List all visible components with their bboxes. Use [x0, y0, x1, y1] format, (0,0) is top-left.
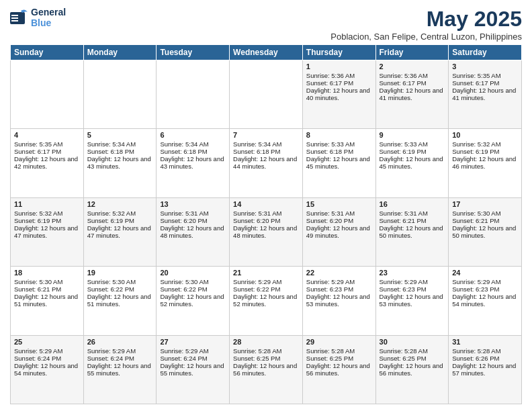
header-thursday: Thursday — [302, 45, 375, 60]
sunrise-text: Sunrise: 5:32 AM — [14, 210, 80, 217]
daylight-text: Daylight: 12 hours and 44 minutes. — [233, 155, 299, 170]
sunrise-text: Sunrise: 5:29 AM — [87, 347, 153, 355]
sunset-text: Sunset: 6:18 PM — [160, 148, 226, 155]
table-row — [11, 60, 84, 129]
logo-general: General — [31, 7, 66, 17]
day-number: 30 — [380, 338, 445, 346]
sunrise-text: Sunrise: 5:30 AM — [452, 210, 518, 217]
sunset-text: Sunset: 6:23 PM — [380, 285, 445, 293]
header-tuesday: Tuesday — [157, 45, 230, 60]
sunset-text: Sunset: 6:18 PM — [306, 148, 372, 155]
daylight-text: Daylight: 12 hours and 56 minutes. — [306, 362, 372, 377]
header-sunday: Sunday — [11, 45, 84, 60]
daylight-text: Daylight: 12 hours and 43 minutes. — [87, 155, 153, 170]
daylight-text: Daylight: 12 hours and 56 minutes. — [380, 362, 445, 377]
table-row: 30Sunrise: 5:28 AMSunset: 6:25 PMDayligh… — [375, 335, 449, 404]
table-row: 20Sunrise: 5:30 AMSunset: 6:22 PMDayligh… — [157, 267, 230, 335]
sunrise-text: Sunrise: 5:29 AM — [380, 278, 445, 285]
day-number: 9 — [380, 131, 445, 139]
day-number: 21 — [233, 269, 299, 277]
sunrise-text: Sunrise: 5:31 AM — [160, 210, 226, 217]
sunset-text: Sunset: 6:21 PM — [14, 285, 80, 293]
daylight-text: Daylight: 12 hours and 57 minutes. — [452, 362, 518, 377]
table-row: 7Sunrise: 5:34 AMSunset: 6:18 PMDaylight… — [230, 129, 303, 197]
day-number: 29 — [306, 338, 372, 346]
table-row: 1Sunrise: 5:36 AMSunset: 6:17 PMDaylight… — [302, 60, 375, 129]
day-number: 5 — [87, 131, 153, 139]
header-monday: Monday — [83, 45, 157, 60]
table-row: 18Sunrise: 5:30 AMSunset: 6:21 PMDayligh… — [11, 267, 84, 335]
header-saturday: Saturday — [449, 45, 522, 60]
sunrise-text: Sunrise: 5:33 AM — [380, 140, 445, 148]
header: General Blue May 2025 Poblacion, San Fel… — [10, 7, 522, 42]
location: Poblacion, San Felipe, Central Luzon, Ph… — [330, 32, 522, 42]
sunset-text: Sunset: 6:22 PM — [160, 285, 226, 293]
sunset-text: Sunset: 6:25 PM — [233, 355, 299, 362]
table-row: 10Sunrise: 5:32 AMSunset: 6:19 PMDayligh… — [449, 129, 522, 197]
sunrise-text: Sunrise: 5:28 AM — [380, 347, 445, 355]
table-row: 31Sunrise: 5:28 AMSunset: 6:26 PMDayligh… — [449, 335, 522, 404]
daylight-text: Daylight: 12 hours and 45 minutes. — [380, 155, 445, 170]
generalblue-logo-icon — [10, 7, 29, 28]
sunrise-text: Sunrise: 5:28 AM — [306, 347, 372, 355]
calendar-week-row: 11Sunrise: 5:32 AMSunset: 6:19 PMDayligh… — [11, 197, 522, 266]
sunrise-text: Sunrise: 5:33 AM — [306, 140, 372, 148]
table-row: 27Sunrise: 5:29 AMSunset: 6:24 PMDayligh… — [157, 335, 230, 404]
svg-rect-2 — [11, 17, 18, 19]
sunset-text: Sunset: 6:21 PM — [452, 217, 518, 224]
day-number: 23 — [380, 269, 445, 277]
sunset-text: Sunset: 6:18 PM — [233, 148, 299, 155]
sunrise-text: Sunrise: 5:35 AM — [452, 72, 518, 79]
sunset-text: Sunset: 6:23 PM — [306, 285, 372, 293]
svg-rect-1 — [11, 15, 18, 16]
sunrise-text: Sunrise: 5:29 AM — [233, 278, 299, 285]
sunset-text: Sunset: 6:24 PM — [14, 355, 80, 362]
day-number: 26 — [87, 338, 153, 346]
title-section: May 2025 Poblacion, San Felipe, Central … — [330, 7, 522, 42]
sunset-text: Sunset: 6:24 PM — [87, 355, 153, 362]
daylight-text: Daylight: 12 hours and 52 minutes. — [160, 293, 226, 308]
sunrise-text: Sunrise: 5:35 AM — [14, 140, 80, 148]
daylight-text: Daylight: 12 hours and 49 minutes. — [306, 224, 372, 239]
daylight-text: Daylight: 12 hours and 40 minutes. — [306, 87, 372, 101]
day-number: 2 — [380, 62, 445, 71]
sunrise-text: Sunrise: 5:31 AM — [380, 210, 445, 217]
table-row — [157, 60, 230, 129]
daylight-text: Daylight: 12 hours and 47 minutes. — [87, 224, 153, 239]
sunrise-text: Sunrise: 5:29 AM — [306, 278, 372, 285]
daylight-text: Daylight: 12 hours and 50 minutes. — [380, 224, 445, 239]
table-row: 14Sunrise: 5:31 AMSunset: 6:20 PMDayligh… — [230, 197, 303, 266]
day-number: 1 — [306, 62, 372, 71]
sunrise-text: Sunrise: 5:30 AM — [14, 278, 80, 285]
sunrise-text: Sunrise: 5:36 AM — [306, 72, 372, 79]
sunset-text: Sunset: 6:23 PM — [452, 285, 518, 293]
daylight-text: Daylight: 12 hours and 48 minutes. — [160, 224, 226, 239]
sunset-text: Sunset: 6:19 PM — [87, 217, 153, 224]
sunset-text: Sunset: 6:20 PM — [306, 217, 372, 224]
daylight-text: Daylight: 12 hours and 54 minutes. — [452, 293, 518, 308]
header-wednesday: Wednesday — [230, 45, 303, 60]
calendar-week-row: 1Sunrise: 5:36 AMSunset: 6:17 PMDaylight… — [11, 60, 522, 129]
sunrise-text: Sunrise: 5:29 AM — [452, 278, 518, 285]
table-row: 15Sunrise: 5:31 AMSunset: 6:20 PMDayligh… — [302, 197, 375, 266]
day-number: 14 — [233, 200, 299, 208]
table-row: 11Sunrise: 5:32 AMSunset: 6:19 PMDayligh… — [11, 197, 84, 266]
sunrise-text: Sunrise: 5:34 AM — [87, 140, 153, 148]
day-number: 18 — [14, 269, 80, 277]
sunrise-text: Sunrise: 5:30 AM — [160, 278, 226, 285]
sunset-text: Sunset: 6:19 PM — [14, 217, 80, 224]
sunrise-text: Sunrise: 5:29 AM — [14, 347, 80, 355]
calendar-week-row: 18Sunrise: 5:30 AMSunset: 6:21 PMDayligh… — [11, 267, 522, 335]
logo-text: General Blue — [31, 7, 66, 28]
sunrise-text: Sunrise: 5:32 AM — [87, 210, 153, 217]
calendar-header-row: Sunday Monday Tuesday Wednesday Thursday… — [11, 45, 522, 60]
sunrise-text: Sunrise: 5:31 AM — [306, 210, 372, 217]
sunset-text: Sunset: 6:19 PM — [452, 148, 518, 155]
day-number: 16 — [380, 200, 445, 208]
table-row: 3Sunrise: 5:35 AMSunset: 6:17 PMDaylight… — [449, 60, 522, 129]
day-number: 8 — [306, 131, 372, 139]
daylight-text: Daylight: 12 hours and 41 minutes. — [380, 87, 445, 101]
table-row — [230, 60, 303, 129]
sunrise-text: Sunrise: 5:36 AM — [380, 72, 445, 79]
table-row: 21Sunrise: 5:29 AMSunset: 6:22 PMDayligh… — [230, 267, 303, 335]
